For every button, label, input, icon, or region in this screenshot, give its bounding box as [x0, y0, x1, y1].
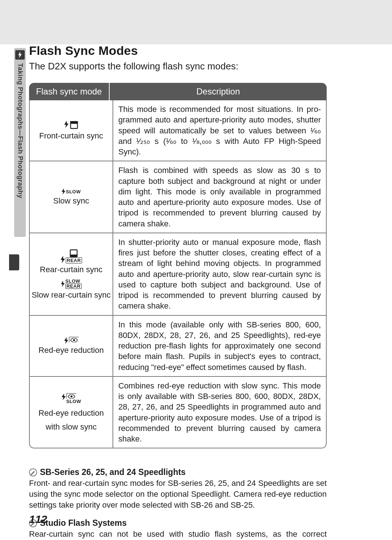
- mode-label: Red-eye reduction: [38, 408, 104, 418]
- table-header: Flash sync mode Description: [29, 83, 327, 100]
- flash-sync-table: Flash sync mode Description Front-curtai…: [29, 83, 327, 448]
- table-row: Front-curtain syncThis mode is recommend…: [30, 100, 326, 161]
- mode-label: Slow rear-curtain sync: [32, 290, 111, 300]
- description-cell: This mode is recommended for most situat…: [113, 100, 326, 161]
- notes-section: SB-Series 26, 25, and 24 SpeedlightsFron…: [29, 467, 327, 540]
- note-body: Rear-curtain sync can not be used with s…: [29, 529, 327, 540]
- mode-block: SLOWREARSlow rear-curtain sync: [32, 279, 111, 300]
- mode-label: Red-eye reduction: [38, 346, 104, 355]
- description-cell: In this mode (available only with SB-ser…: [113, 316, 326, 376]
- mode-label: with slow sync: [46, 422, 97, 432]
- page-title: Flash Sync Modes: [29, 44, 356, 58]
- flash-icon: [15, 50, 25, 60]
- mode-label: Front-curtain sync: [39, 131, 103, 141]
- table-body: Front-curtain syncThis mode is recommend…: [29, 100, 327, 448]
- page-number: 112: [29, 513, 47, 525]
- note-block: SB-Series 26, 25, and 24 SpeedlightsFron…: [29, 467, 327, 510]
- mode-block: SLOWSlow sync: [53, 188, 89, 206]
- sidebar-section-tab: Taking Photographs—Flash Photography: [14, 48, 26, 237]
- table-row: REARRear-curtain syncSLOWREARSlow rear-c…: [30, 233, 326, 316]
- mode-cell: Red-eye reduction: [30, 316, 113, 376]
- column-header-desc: Description: [110, 83, 327, 100]
- mode-cell: REARRear-curtain syncSLOWREARSlow rear-c…: [30, 233, 113, 315]
- mode-cell: Front-curtain sync: [30, 100, 113, 161]
- note-title: Studio Flash Systems: [29, 518, 327, 528]
- table-row: Red-eye reductionIn this mode (available…: [30, 316, 326, 377]
- column-header-mode: Flash sync mode: [29, 83, 110, 100]
- page-thumb-tab: [9, 254, 19, 270]
- mode-icon: SLOWREAR: [61, 279, 82, 289]
- mode-label: Slow sync: [53, 196, 89, 206]
- mode-icon: REAR: [60, 249, 82, 263]
- table-row: SLOWSlow syncFlash is combined with spee…: [30, 161, 326, 233]
- table-row: SLOWRed-eye reductionwith slow syncCombi…: [30, 377, 326, 448]
- mode-cell: SLOWSlow sync: [30, 161, 113, 233]
- intro-text: The D2X supports the following flash syn…: [29, 60, 356, 73]
- mode-icon: SLOW: [61, 188, 81, 195]
- note-title: SB-Series 26, 25, and 24 Speedlights: [29, 467, 327, 477]
- mode-block: Red-eye reduction: [38, 337, 104, 355]
- note-block: Studio Flash SystemsRear-curtain sync ca…: [29, 518, 327, 540]
- sidebar-section-label: Taking Photographs—Flash Photography: [16, 63, 24, 198]
- page-content: Flash Sync Modes The D2X supports the fo…: [29, 44, 356, 540]
- mode-cell: SLOWRed-eye reductionwith slow sync: [30, 377, 113, 448]
- pencil-icon: [29, 468, 37, 476]
- mode-label: Rear-curtain sync: [40, 265, 102, 274]
- description-cell: In shutter-priority auto or manual expos…: [113, 233, 326, 315]
- description-cell: Combines red-eye reduction with slow syn…: [113, 377, 326, 448]
- description-cell: Flash is combined with speeds as slow as…: [113, 161, 326, 233]
- note-body: Front- and rear-curtain sync modes for S…: [29, 478, 327, 510]
- mode-icon: [64, 337, 79, 344]
- page-top-band: [0, 0, 392, 44]
- mode-block: REARRear-curtain sync: [40, 249, 102, 274]
- mode-icon: [64, 120, 79, 130]
- mode-icon: SLOW: [61, 393, 81, 404]
- mode-block: Front-curtain sync: [39, 120, 103, 141]
